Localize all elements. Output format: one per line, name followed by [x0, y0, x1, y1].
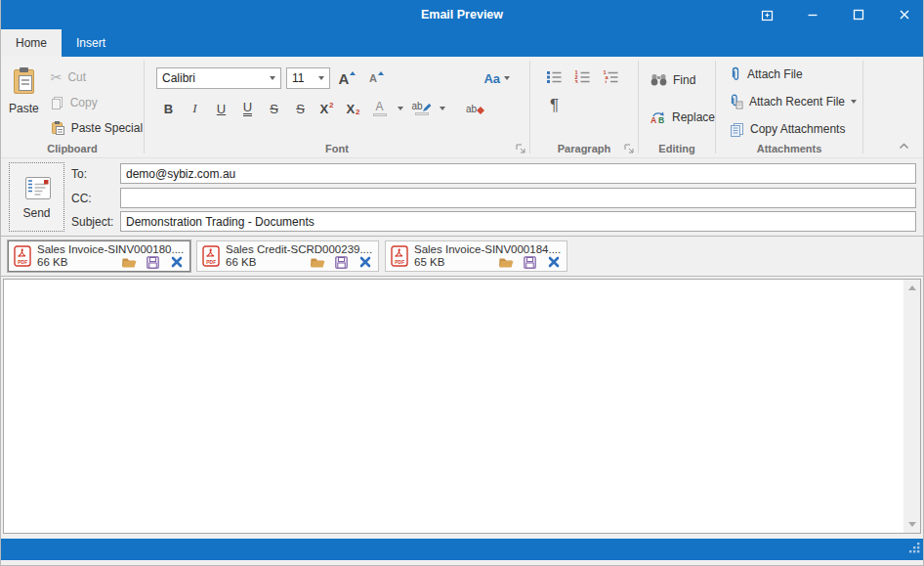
resize-grip[interactable]	[907, 541, 921, 558]
double-strikethrough-button[interactable]: S	[288, 98, 313, 119]
expand-window-button[interactable]	[756, 4, 777, 25]
bullet-list-button[interactable]	[542, 65, 567, 87]
window-bottom-edge	[1, 560, 923, 565]
svg-text:PDF: PDF	[206, 259, 216, 265]
highlight-icon: ab	[411, 102, 431, 115]
scroll-down-icon[interactable]	[908, 522, 916, 527]
copy-attachments-button[interactable]: Copy Attachments	[726, 118, 861, 140]
subscript-button[interactable]: X2	[341, 98, 365, 119]
attach-recent-file-button[interactable]: Attach Recent File	[726, 91, 861, 112]
grow-font-button[interactable]: A	[335, 67, 359, 89]
italic-button[interactable]: I	[183, 98, 207, 119]
chevron-down-icon	[504, 76, 510, 80]
collapse-ribbon-button[interactable]	[897, 141, 910, 151]
open-attachment-button[interactable]	[311, 255, 325, 269]
chevron-down-icon	[270, 76, 275, 80]
replace-button[interactable]: A B Replace	[647, 105, 713, 129]
tab-home[interactable]: Home	[1, 29, 62, 57]
cut-button[interactable]: ✂ Cut	[47, 65, 147, 89]
subject-input[interactable]	[120, 211, 916, 232]
open-attachment-button[interactable]	[122, 255, 137, 269]
maximize-button[interactable]	[848, 4, 869, 25]
save-icon	[524, 256, 536, 269]
superscript-button[interactable]: X2	[315, 98, 339, 119]
ribbon-empty-area	[863, 57, 923, 157]
clear-formatting-button[interactable]: ab	[463, 98, 487, 119]
minimize-button[interactable]	[802, 4, 823, 25]
shrink-tick-icon	[378, 71, 384, 75]
email-body-content[interactable]	[4, 280, 903, 533]
paragraph-group-label: Paragraph	[530, 143, 638, 154]
clear-formatting-icon: ab	[466, 104, 484, 114]
cut-label: Cut	[67, 70, 86, 84]
save-attachment-button[interactable]	[523, 255, 537, 269]
tab-insert[interactable]: Insert	[62, 29, 120, 57]
paragraph-row-1: 1 2 3 1 a i	[542, 65, 632, 87]
bold-letter: B	[164, 102, 173, 116]
chevron-down-icon	[440, 107, 445, 110]
font-name-value: Calibri	[162, 71, 266, 85]
attachment-card[interactable]: PDF Sales Credit-SCRD000239.... 66 KB	[196, 240, 379, 272]
window-controls	[756, 0, 915, 29]
group-font: Calibri 11 A A Aa B	[145, 57, 529, 157]
paste-button[interactable]: Paste	[9, 63, 39, 142]
attachments-bar: PDF Sales Invoice-SINV000180.... 66 KB	[1, 236, 923, 277]
attachment-card[interactable]: PDF Sales Invoice-SINV000180.... 66 KB	[8, 240, 190, 272]
attachment-name: Sales Invoice-SINV000184....	[414, 243, 561, 255]
strikethrough-letter: S	[270, 102, 278, 116]
font-color-icon: A	[373, 101, 387, 116]
copy-label: Copy	[70, 96, 98, 109]
numbered-list-button[interactable]: 1 2 3	[570, 65, 595, 87]
attachment-card[interactable]: PDF Sales Invoice-SINV000184.... 65 KB	[385, 240, 567, 272]
highlight-button[interactable]: ab	[409, 98, 434, 119]
multilevel-list-button[interactable]: 1 a i	[599, 65, 623, 87]
subject-row: Subject:	[71, 211, 916, 232]
attach-file-button[interactable]: Attach File	[726, 64, 861, 85]
status-bar	[1, 539, 923, 560]
attach-file-label: Attach File	[747, 67, 803, 81]
group-paragraph: 1 2 3 1 a i ¶	[530, 57, 638, 157]
vertical-scrollbar[interactable]	[903, 280, 920, 533]
attachment-row2: 66 KB	[226, 255, 372, 269]
save-icon	[335, 256, 348, 269]
save-attachment-button[interactable]	[334, 255, 349, 269]
remove-attachment-button[interactable]	[169, 255, 184, 269]
attachment-name: Sales Credit-SCRD000239....	[226, 243, 372, 255]
send-button[interactable]: Send	[9, 162, 64, 232]
paste-special-button[interactable]: Paste Special	[47, 115, 147, 140]
font-size-combo[interactable]: 11	[286, 67, 330, 89]
font-color-dropdown[interactable]	[394, 98, 407, 119]
email-body-editor[interactable]	[3, 279, 921, 534]
change-case-button[interactable]: Aa	[483, 67, 510, 89]
font-name-combo[interactable]: Calibri	[156, 67, 281, 89]
maximize-icon	[853, 9, 864, 21]
close-button[interactable]	[894, 4, 915, 25]
bold-button[interactable]: B	[156, 98, 181, 119]
cc-label: CC:	[71, 192, 120, 205]
delete-x-icon	[359, 256, 371, 268]
to-input[interactable]	[120, 163, 916, 184]
shrink-font-letter: A	[369, 72, 377, 84]
font-dialog-launcher[interactable]	[515, 143, 525, 153]
open-attachment-button[interactable]	[499, 255, 514, 269]
find-button[interactable]: Find	[647, 67, 713, 92]
paragraph-dialog-launcher[interactable]	[623, 143, 634, 153]
copy-button[interactable]: Copy	[47, 90, 147, 114]
dialog-launcher-icon	[516, 144, 525, 153]
scroll-up-icon[interactable]	[908, 285, 916, 290]
double-underline-button[interactable]: U	[235, 98, 260, 119]
save-attachment-button[interactable]	[146, 255, 160, 269]
attachment-meta: Sales Invoice-SINV000184.... 65 KB	[414, 243, 561, 269]
svg-text:PDF: PDF	[395, 259, 404, 265]
show-paragraph-marks-button[interactable]: ¶	[542, 95, 567, 116]
group-editing: Find A B Replace Editing	[639, 57, 715, 157]
font-color-button[interactable]: A	[367, 98, 392, 119]
highlight-dropdown[interactable]	[436, 98, 449, 119]
strikethrough-button[interactable]: S	[262, 98, 286, 119]
cc-input[interactable]	[120, 188, 916, 208]
shrink-font-button[interactable]: A	[364, 67, 389, 89]
attachment-name: Sales Invoice-SINV000180....	[37, 243, 184, 255]
underline-button[interactable]: U	[209, 98, 233, 119]
remove-attachment-button[interactable]	[357, 255, 372, 269]
remove-attachment-button[interactable]	[546, 255, 561, 269]
